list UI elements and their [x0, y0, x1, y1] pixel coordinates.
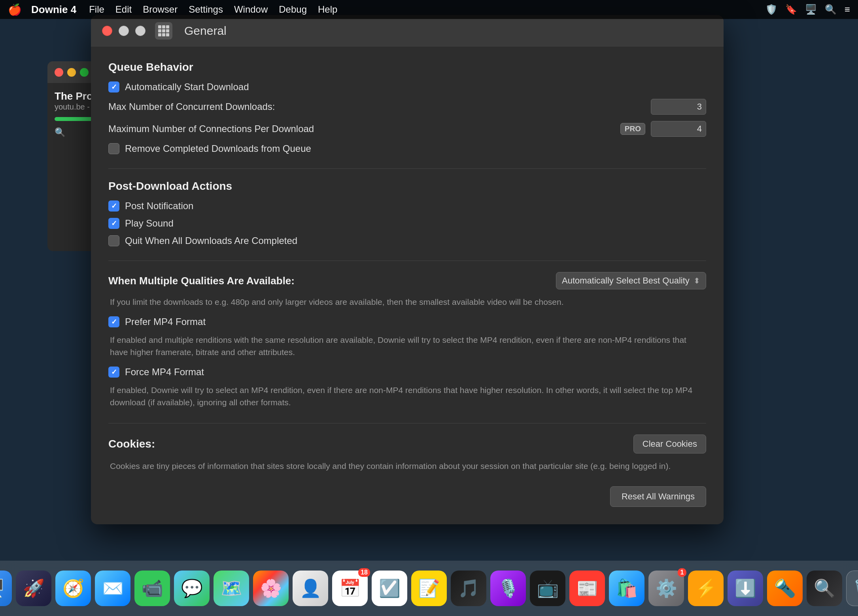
cookies-header: Cookies: — [108, 438, 155, 450]
search-icon: 🔍 — [55, 127, 65, 138]
quality-section: When Multiple Qualities Are Available: A… — [108, 272, 706, 409]
max-concurrent-label: Max Number of Concurrent Downloads: — [108, 101, 645, 112]
dock-item-messages[interactable]: 💬 — [174, 571, 210, 606]
dock-item-safari[interactable]: 🧭 — [55, 571, 91, 606]
quality-dropdown[interactable]: Automatically Select Best Quality ⬍ — [556, 272, 706, 289]
dialog-tl-yellow[interactable] — [119, 26, 129, 36]
bg-tl-yellow[interactable] — [67, 68, 76, 77]
settings-dialog: General Queue Behavior ✓ Automatically S… — [91, 15, 724, 524]
trash-icon: 🗑️ — [853, 578, 858, 599]
max-connections-row: Maximum Number of Connections Per Downlo… — [108, 121, 706, 137]
launchpad-icon: 🚀 — [23, 578, 45, 599]
post-notification-checkbox[interactable]: ✓ — [108, 200, 119, 212]
auto-start-checkbox[interactable]: ✓ — [108, 81, 119, 93]
divider-1 — [108, 168, 706, 169]
dock-item-trash[interactable]: 🗑️ — [846, 571, 858, 606]
dock-item-reeder[interactable]: ⚡ — [688, 571, 724, 606]
dock-item-maps[interactable]: 🗺️ — [214, 571, 249, 606]
dock-item-notes[interactable]: 📝 — [411, 571, 447, 606]
divider-2 — [108, 261, 706, 261]
clear-cookies-button[interactable]: Clear Cookies — [633, 435, 706, 453]
menubar-icon-1[interactable]: 🛡️ — [765, 4, 777, 15]
dock-item-mail[interactable]: ✉️ — [95, 571, 130, 606]
dock-item-podcasts[interactable]: 🎙️ — [490, 571, 526, 606]
dock-item-launchpad[interactable]: 🚀 — [16, 571, 51, 606]
max-concurrent-row: Max Number of Concurrent Downloads: 3 — [108, 99, 706, 115]
quality-dropdown-value: Automatically Select Best Quality — [562, 276, 690, 286]
post-notification-label: Post Notification — [125, 200, 193, 212]
dock-item-contacts[interactable]: 👤 — [293, 571, 328, 606]
dialog-title: General — [184, 24, 227, 38]
dock-item-spotlightdb[interactable]: 🔍 — [807, 571, 842, 606]
dock-item-appstore[interactable]: 🛍️ — [609, 571, 644, 606]
dock-item-tv[interactable]: 📺 — [530, 571, 565, 606]
prefer-mp4-checkbox[interactable]: ✓ — [108, 316, 119, 327]
dock: 🖥️ 🚀 🧭 ✉️ 📹 💬 🗺️ 🌸 👤 📅 18 ☑️ 📝 🎵 🎙️ 📺 📰 … — [0, 561, 858, 616]
calendar-badge: 18 — [358, 568, 370, 577]
dock-item-photos[interactable]: 🌸 — [253, 571, 289, 606]
remove-completed-row: Remove Completed Downloads from Queue — [108, 143, 706, 154]
quit-when-done-checkbox[interactable] — [108, 235, 119, 246]
menu-help[interactable]: Help — [318, 4, 337, 15]
play-sound-row: ✓ Play Sound — [108, 218, 706, 229]
remove-completed-checkbox[interactable] — [108, 143, 119, 154]
menubar-search[interactable]: 🔍 — [825, 4, 837, 15]
menu-debug[interactable]: Debug — [279, 4, 307, 15]
menubar-list[interactable]: ≡ — [845, 4, 850, 15]
prefer-mp4-description: If enabled and multiple renditions with … — [108, 334, 706, 359]
checkmark-icon: ✓ — [111, 317, 117, 326]
grid-view-button[interactable] — [155, 22, 172, 40]
auto-start-row: ✓ Automatically Start Download — [108, 81, 706, 93]
dock-item-vlc[interactable]: 🔦 — [767, 571, 803, 606]
dialog-tl-green[interactable] — [135, 26, 146, 36]
menu-window[interactable]: Window — [234, 4, 268, 15]
news-icon: 📰 — [576, 578, 598, 599]
divider-3 — [108, 423, 706, 423]
bg-tl-red[interactable] — [55, 68, 63, 77]
dialog-tl-red[interactable] — [102, 26, 112, 36]
music-icon: 🎵 — [458, 578, 480, 599]
menubar-icon-3[interactable]: 🖥️ — [805, 4, 817, 15]
dock-item-sysref[interactable]: ⚙️ 1 — [648, 571, 684, 606]
max-connections-input[interactable]: 4 — [651, 121, 706, 137]
dock-item-reminders[interactable]: ☑️ — [372, 571, 407, 606]
menubar-icon-2[interactable]: 🔖 — [785, 4, 797, 15]
max-connections-label: Maximum Number of Connections Per Downlo… — [108, 123, 615, 134]
dock-item-downie[interactable]: ⬇️ — [728, 571, 763, 606]
max-connections-label-group: Maximum Number of Connections Per Downlo… — [108, 123, 645, 135]
quit-when-done-row: Quit When All Downloads Are Completed — [108, 235, 706, 246]
quality-header: When Multiple Qualities Are Available: — [108, 275, 295, 287]
max-concurrent-input[interactable]: 3 — [651, 99, 706, 115]
remove-completed-label: Remove Completed Downloads from Queue — [125, 143, 311, 154]
menu-settings[interactable]: Settings — [189, 4, 223, 15]
quality-description: If you limit the downloads to e.g. 480p … — [108, 296, 706, 308]
sysref-icon: ⚙️ — [656, 578, 677, 599]
dialog-titlebar: General — [91, 15, 724, 47]
play-sound-label: Play Sound — [125, 218, 174, 229]
podcasts-icon: 🎙️ — [497, 578, 519, 599]
play-sound-checkbox[interactable]: ✓ — [108, 218, 119, 229]
apple-menu[interactable]: 🍎 — [8, 3, 22, 16]
prefer-mp4-label: Prefer MP4 Format — [125, 316, 206, 327]
menu-bar-right: 🛡️ 🔖 🖥️ 🔍 ≡ — [765, 4, 850, 15]
menu-edit[interactable]: Edit — [115, 4, 132, 15]
checkmark-icon: ✓ — [111, 83, 117, 91]
appstore-icon: 🛍️ — [616, 578, 638, 599]
menu-browser[interactable]: Browser — [143, 4, 178, 15]
dock-item-finder[interactable]: 🖥️ — [0, 571, 12, 606]
queue-behavior-section: Queue Behavior ✓ Automatically Start Dow… — [108, 61, 706, 154]
menu-file[interactable]: File — [89, 4, 104, 15]
cookies-description: Cookies are tiny pieces of information t… — [108, 460, 706, 472]
contacts-icon: 👤 — [300, 578, 321, 599]
dock-item-facetime[interactable]: 📹 — [134, 571, 170, 606]
force-mp4-checkbox[interactable]: ✓ — [108, 367, 119, 378]
dock-item-news[interactable]: 📰 — [569, 571, 605, 606]
app-name: Downie 4 — [31, 4, 76, 16]
safari-icon: 🧭 — [62, 578, 84, 599]
reset-all-warnings-button[interactable]: Reset All Warnings — [610, 486, 706, 507]
dock-item-calendar[interactable]: 📅 18 — [332, 571, 368, 606]
dock-item-music[interactable]: 🎵 — [451, 571, 486, 606]
prefer-mp4-row: ✓ Prefer MP4 Format — [108, 316, 706, 327]
tv-icon: 📺 — [537, 578, 559, 599]
bg-tl-green[interactable] — [80, 68, 89, 77]
